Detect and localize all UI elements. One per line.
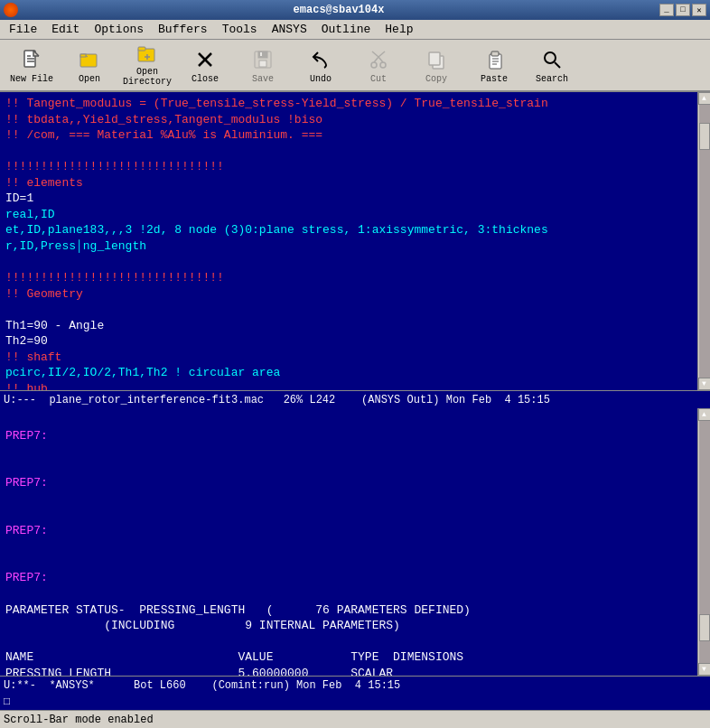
output-line: [5, 443, 705, 460]
output-scroll-track[interactable]: [699, 421, 710, 663]
output-scroll-thumb[interactable]: [699, 614, 710, 641]
svg-line-19: [378, 57, 383, 62]
search-label: Search: [536, 74, 568, 84]
output-line: PREP7:: [5, 475, 705, 491]
editor-line: !! elements: [5, 175, 705, 191]
editor-status-bar: U:--- plane_rotor_interference-fit3.mac …: [0, 390, 710, 408]
svg-line-30: [555, 62, 560, 68]
menu-item-tools[interactable]: Tools: [215, 21, 265, 38]
editor-line: [5, 144, 705, 160]
menu-item-options[interactable]: Options: [87, 21, 151, 38]
output-line: PREP7:: [5, 523, 705, 539]
editor-line: !! tbdata,,Yield_stress,Tangent_modulus …: [5, 112, 705, 128]
minimize-button[interactable]: _: [659, 4, 674, 16]
open-directory-label: Open Directory: [122, 67, 173, 87]
editor-line: !!!!!!!!!!!!!!!!!!!!!!!!!!!!!!!: [5, 270, 705, 286]
new-file-button[interactable]: New File: [4, 42, 60, 88]
mini-cursor: □: [4, 695, 10, 708]
editor-line: !! hub: [5, 381, 705, 390]
output-line: PRESSING_LENGTH 5.60000000 SCALAR: [5, 666, 705, 676]
copy-icon: [424, 47, 449, 72]
open-directory-button[interactable]: Open Directory: [119, 42, 175, 88]
title-bar: emacs@sbav104x _ □ ✕: [0, 0, 710, 20]
svg-rect-23: [429, 52, 440, 65]
undo-label: Undo: [310, 74, 332, 84]
output-line: [5, 634, 705, 650]
menu-item-help[interactable]: Help: [378, 21, 420, 38]
editor-line: Th1=90 - Angle: [5, 318, 705, 334]
editor-line: real,ID: [5, 207, 705, 223]
editor-line: [5, 302, 705, 318]
menu-bar: FileEditOptionsBuffersToolsANSYSOutlineH…: [0, 20, 710, 40]
output-line: [5, 491, 705, 508]
paste-button[interactable]: Paste: [466, 42, 522, 88]
editor-pane: !! Tangent_modulus = (True_tensile_stres…: [0, 92, 710, 390]
output-line: [5, 412, 705, 428]
svg-rect-13: [258, 51, 267, 58]
output-line: (INCLUDING 9 INTERNAL PARAMETERS): [5, 618, 705, 634]
maximize-button[interactable]: □: [676, 4, 690, 16]
close-button[interactable]: ✕: [692, 4, 706, 16]
scroll-down-arrow[interactable]: ▼: [698, 378, 711, 390]
editor-line: et,ID,plane183,,,3 !2d, 8 node (3)0:plan…: [5, 222, 705, 238]
svg-rect-15: [260, 52, 262, 56]
svg-rect-14: [259, 61, 266, 67]
close-button[interactable]: Close: [177, 42, 233, 88]
output-line: NAME VALUE TYPE DIMENSIONS: [5, 649, 705, 666]
svg-point-17: [380, 62, 386, 68]
editor-line: Th2=90: [5, 333, 705, 350]
output-line: PREP7:: [5, 428, 705, 444]
editor-line: r,ID,Press│ng_length: [5, 238, 705, 255]
editor-status-text: U:--- plane_rotor_interference-fit3.mac …: [4, 394, 550, 406]
scroll-thumb[interactable]: [699, 123, 710, 150]
svg-point-29: [545, 52, 556, 63]
bottom-message: Scroll-Bar mode enabled: [4, 714, 154, 726]
close-label: Close: [192, 74, 219, 84]
editor-line: !! Tangent_modulus = (True_tensile_stres…: [5, 96, 705, 112]
output-scrollbar[interactable]: ▲ ▼: [697, 408, 710, 676]
save-label: Save: [252, 74, 274, 84]
svg-line-20: [378, 51, 385, 57]
output-pane: PREP7: PREP7: PREP7: PREP7: PARAMETER ST…: [0, 408, 710, 676]
new-file-icon: [19, 47, 44, 72]
editor-content: !! Tangent_modulus = (True_tensile_stres…: [5, 96, 705, 390]
scroll-up-arrow[interactable]: ▲: [698, 92, 711, 105]
output-line: [5, 538, 705, 555]
output-scroll-up[interactable]: ▲: [698, 408, 711, 421]
cut-label: Cut: [370, 74, 387, 84]
output-status-text: U:**- *ANSYS* Bot L660 (Comint:run) Mon …: [4, 679, 400, 692]
undo-button[interactable]: Undo: [293, 42, 349, 88]
open-label: Open: [79, 74, 100, 84]
editor-line: !!!!!!!!!!!!!!!!!!!!!!!!!!!!!!!: [5, 159, 705, 175]
output-line: [5, 586, 705, 602]
output-scroll-down[interactable]: ▼: [698, 663, 711, 676]
open-directory-icon: [135, 43, 160, 65]
open-button[interactable]: Open: [61, 42, 117, 88]
menu-item-ansys[interactable]: ANSYS: [265, 21, 314, 38]
menu-item-file[interactable]: File: [2, 21, 44, 38]
mini-input-line: □: [0, 694, 710, 710]
svg-rect-25: [491, 51, 499, 56]
search-button[interactable]: Search: [524, 42, 580, 88]
editor-line: !! Geometry: [5, 286, 705, 303]
menu-item-outline[interactable]: Outline: [314, 21, 378, 38]
save-icon: [250, 47, 276, 72]
output-line: [5, 460, 705, 476]
svg-line-21: [372, 51, 378, 57]
new-file-label: New File: [10, 74, 53, 84]
editor-line: !! /com, === Material %Alu% is Aluminium…: [5, 127, 705, 144]
save-button: Save: [235, 42, 291, 88]
paste-label: Paste: [481, 74, 508, 84]
editor-line: !! shaft: [5, 350, 705, 366]
title-icon: [4, 3, 18, 17]
svg-rect-7: [138, 47, 145, 51]
paste-icon: [481, 47, 507, 72]
editor-line: [5, 254, 705, 270]
scroll-track[interactable]: [699, 105, 710, 378]
output-content: PREP7: PREP7: PREP7: PREP7: PARAMETER ST…: [5, 412, 705, 676]
cut-icon: [366, 47, 391, 72]
menu-item-edit[interactable]: Edit: [44, 21, 87, 38]
output-line: PREP7:: [5, 570, 705, 586]
menu-item-buffers[interactable]: Buffers: [151, 21, 215, 38]
editor-scrollbar[interactable]: ▲ ▼: [697, 92, 710, 390]
